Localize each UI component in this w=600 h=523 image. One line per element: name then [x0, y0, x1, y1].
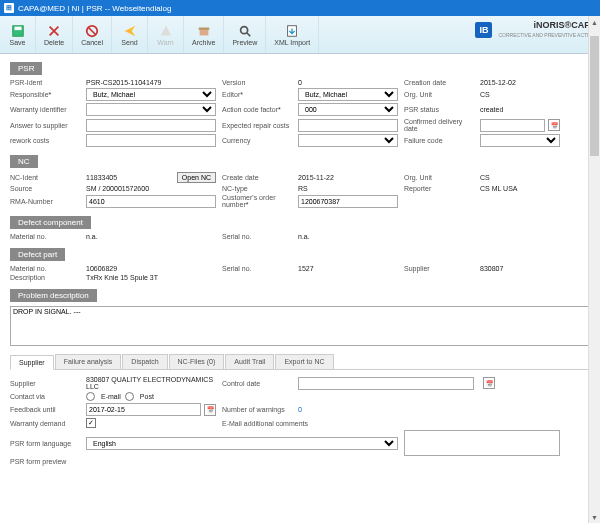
scroll-up-arrow[interactable]: ▲: [589, 16, 600, 28]
nc-orgunit-value: CS: [480, 174, 560, 181]
tab-supplier[interactable]: Supplier: [10, 355, 54, 370]
dp-material-value: 10606829: [86, 265, 216, 272]
rework-costs-label: rework costs: [10, 137, 80, 144]
add-comments-input[interactable]: [404, 430, 560, 456]
delete-button[interactable]: Delete: [36, 16, 73, 53]
tab-failure-analysis[interactable]: Failure analysis: [55, 354, 122, 369]
nc-grid: NC-Ident 11833405Open NC Create date 201…: [10, 172, 590, 208]
psr-ident-value: PSR-CS2015-11041479: [86, 79, 216, 86]
control-date-label: Control date: [222, 380, 292, 387]
archive-button[interactable]: Archive: [184, 16, 224, 53]
control-date-input[interactable]: [298, 377, 474, 390]
tab-dispatch[interactable]: Dispatch: [122, 354, 167, 369]
calendar-icon[interactable]: 📅: [548, 119, 560, 131]
currency-label: Currency: [222, 137, 292, 144]
preview-button[interactable]: Preview: [224, 16, 266, 53]
post-radio-label: Post: [140, 393, 154, 400]
calendar-icon[interactable]: 📅: [204, 404, 216, 416]
supplier-tab-pane: Supplier 830807 QUALITY ELECTRODYNAMICS …: [10, 370, 590, 475]
rma-label: RMA-Number: [10, 198, 80, 205]
create-date-label: Create date: [222, 174, 292, 181]
warnings-value[interactable]: 0: [298, 406, 398, 413]
brand-area: IB iNORIS®CAPA CORRECTIVE AND PREVENTIVE…: [475, 20, 596, 39]
repair-costs-input[interactable]: [298, 119, 398, 132]
nc-type-value: RS: [298, 185, 398, 192]
xml-import-icon: [285, 24, 299, 38]
defect-part-grid: Material no. 10606829 Serial no. 1527 Su…: [10, 265, 590, 281]
warn-button: Warn: [148, 16, 184, 53]
calendar-icon[interactable]: 📅: [483, 377, 495, 389]
brand-logo: IB: [475, 22, 492, 38]
rework-costs-input[interactable]: [86, 134, 216, 147]
brand-text: iNORIS®CAPA CORRECTIVE AND PREVENTIVE AC…: [498, 20, 596, 39]
cancel-icon: [85, 24, 99, 38]
content-area: PSR PSR-Ident PSR-CS2015-11041479 Versio…: [0, 54, 600, 523]
orgunit-value: CS: [480, 91, 560, 98]
post-radio[interactable]: [125, 392, 134, 401]
source-label: Source: [10, 185, 80, 192]
warranty-select[interactable]: [86, 103, 216, 116]
problem-desc-header: Problem description: [10, 289, 97, 302]
sp-supplier-label: Supplier: [10, 380, 80, 387]
answer-supplier-input[interactable]: [86, 119, 216, 132]
reporter-value: CS ML USA: [480, 185, 560, 192]
scroll-down-arrow[interactable]: ▼: [589, 511, 600, 523]
problem-desc-textarea[interactable]: DROP IN SIGNAL. ---: [10, 306, 590, 346]
tab-audit-trail[interactable]: Audit Trail: [225, 354, 274, 369]
cancel-button[interactable]: Cancel: [73, 16, 112, 53]
nc-section-header: NC: [10, 155, 38, 168]
reporter-label: Reporter: [404, 185, 474, 192]
psr-status-label: PSR status: [404, 106, 474, 113]
tab-export-nc[interactable]: Export to NC: [275, 354, 333, 369]
failure-code-select[interactable]: [480, 134, 560, 147]
confirmed-date-input[interactable]: [480, 119, 545, 132]
save-button[interactable]: Save: [0, 16, 36, 53]
feedback-until-label: Feedback until: [10, 406, 80, 413]
vertical-scrollbar[interactable]: ▲ ▼: [588, 16, 600, 523]
editor-select[interactable]: Butz, Michael: [298, 88, 398, 101]
contact-via-label: Contact via: [10, 393, 80, 400]
dp-serial-label: Serial no.: [222, 265, 292, 272]
actioncode-label: Action code factor: [222, 106, 292, 113]
version-label: Version: [222, 79, 292, 86]
send-button[interactable]: Send: [112, 16, 148, 53]
xml-import-button[interactable]: XML Import: [266, 16, 319, 53]
add-comments-label: E-Mail additional comments: [222, 420, 398, 427]
open-nc-button[interactable]: Open NC: [177, 172, 216, 183]
psr-status-value: created: [480, 106, 560, 113]
create-date-value: 2015-11-22: [298, 174, 398, 181]
feedback-until-input[interactable]: [86, 403, 201, 416]
dp-serial-value: 1527: [298, 265, 398, 272]
email-radio[interactable]: [86, 392, 95, 401]
app-icon: ⊞: [4, 3, 14, 13]
tab-nc-files[interactable]: NC-Files (0): [169, 354, 225, 369]
nc-type-label: NC-type: [222, 185, 292, 192]
custorder-input[interactable]: [298, 195, 398, 208]
email-radio-label: E-mail: [101, 393, 121, 400]
currency-select[interactable]: [298, 134, 398, 147]
creation-date-label: Creation date: [404, 79, 474, 86]
dp-material-label: Material no.: [10, 265, 80, 272]
psr-lang-select[interactable]: English: [86, 437, 398, 450]
svg-rect-3: [198, 27, 209, 30]
defect-component-header: Defect component: [10, 216, 91, 229]
svg-rect-1: [14, 26, 21, 30]
window-title: CAPA@MED | NI | PSR -- Webseitendialog: [18, 4, 171, 13]
answer-supplier-label: Answer to supplier: [10, 122, 80, 129]
orgunit-label: Org. Unit: [404, 91, 474, 98]
dc-material-label: Material no.: [10, 233, 80, 240]
nc-ident-label: NC-Ident: [10, 174, 80, 181]
dp-desc-label: Description: [10, 274, 80, 281]
warranty-demand-checkbox[interactable]: ✓: [86, 418, 96, 428]
window-titlebar: ⊞ CAPA@MED | NI | PSR -- Webseitendialog: [0, 0, 600, 16]
failure-code-label: Failure code: [404, 137, 474, 144]
svg-point-5: [240, 26, 247, 33]
actioncode-select[interactable]: 000: [298, 103, 398, 116]
tab-bar: Supplier Failure analysis Dispatch NC-Fi…: [10, 354, 590, 370]
scroll-thumb[interactable]: [590, 36, 599, 156]
send-icon: [123, 24, 137, 38]
responsible-select[interactable]: Butz, Michael: [86, 88, 216, 101]
rma-input[interactable]: [86, 195, 216, 208]
archive-icon: [197, 24, 211, 38]
repair-costs-label: Expected repair costs: [222, 122, 292, 129]
